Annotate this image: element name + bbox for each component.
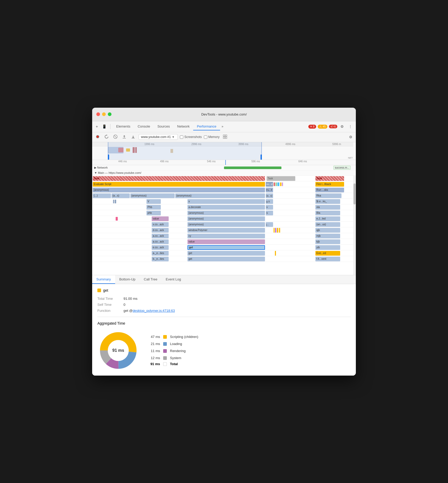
download-profile-button[interactable] (130, 134, 137, 140)
svg-rect-9 (225, 137, 227, 139)
url-bar[interactable]: www.youtube.com #1 ▼ (139, 134, 178, 140)
screenshots-checkbox[interactable] (180, 135, 183, 139)
grid-icon (223, 135, 227, 139)
cursor-icon: ⌖ (96, 124, 98, 129)
legend-name-loading: Loading (170, 342, 182, 346)
minimize-button[interactable] (102, 112, 106, 116)
timeline-minimap[interactable]: 1996 ms 2996 ms 3996 ms 4996 ms 5996 m C… (92, 142, 356, 160)
perf-settings-button[interactable]: ⚙ (348, 134, 354, 140)
perf-settings-right: ⚙ (348, 134, 354, 140)
legend-item-loading: 21 ms Loading (150, 342, 198, 346)
legend-name-system: System (170, 356, 181, 360)
flame-row-dcoa: d.co...ack window.Polymer qjb (92, 227, 356, 233)
device-toolbar-button[interactable]: 📱 (101, 123, 108, 130)
selected-get-bar[interactable]: get (187, 245, 265, 250)
more-options-button[interactable]: ⋮ (347, 123, 354, 130)
flame-row-ae-get: a._e...ties get Eve...ed (92, 250, 356, 256)
title-bar: DevTools - www.youtube.com/ (92, 108, 356, 121)
record-icon (96, 135, 100, 139)
reload-record-button[interactable] (103, 134, 110, 140)
tab-event-log[interactable]: Event Log (162, 275, 185, 284)
evaluate-mini-5 (282, 182, 283, 186)
flame-row-be-get: b._e...ties get f.fi...vent (92, 256, 356, 262)
warning-badge: ⚠ 45 (318, 125, 327, 129)
function-color-indicator (97, 289, 101, 292)
inspect-element-button[interactable]: ⌖ (94, 123, 99, 130)
flame-row-v: V v g.S $i.e...ks_ (92, 199, 356, 204)
anon-bar-1: (anonymous) (93, 188, 265, 192)
settings-button[interactable]: ⚙ (339, 123, 345, 130)
clear-button[interactable] (112, 134, 119, 140)
selection-handle-right[interactable] (261, 154, 262, 160)
record-button[interactable] (94, 134, 101, 140)
flame-row-xcoa: x.co...ack (anonymous) j... (an...us) (92, 222, 356, 227)
screenshots-checkbox-label[interactable]: Screenshots (180, 135, 202, 139)
legend-ms-rendering: 11 ms (150, 349, 160, 353)
url-text: www.youtube.com #1 (141, 135, 171, 139)
memory-checkbox-label[interactable]: Memory (204, 135, 220, 139)
url-dropdown-arrow[interactable]: ▼ (172, 135, 175, 139)
device-icon: 📱 (102, 124, 107, 129)
toolbar-right: ✕ 8 ⚠ 45 🏷 6 ⚙ ⋮ (308, 123, 354, 130)
function-label: Function (97, 309, 123, 313)
scrollbar-thumb[interactable] (353, 183, 356, 204)
memory-checkbox[interactable] (204, 135, 207, 139)
warning-count: 45 (323, 125, 326, 128)
legend-ms-scripting: 47 ms (150, 335, 160, 339)
svg-rect-6 (223, 135, 225, 136)
timeline-selection[interactable] (108, 142, 262, 160)
evaluate-bar-2: An...d (266, 182, 273, 187)
network-success-bar (224, 166, 281, 169)
detail-mark-1: 446 ms (118, 160, 127, 163)
tab-console[interactable]: Console (134, 123, 154, 130)
close-button[interactable] (96, 112, 100, 116)
main-section-label[interactable]: ▼ Main — https://www.youtube.com/ (94, 171, 141, 174)
tab-bottom-up[interactable]: Bottom-Up (115, 275, 140, 284)
flame-chart[interactable]: Task Task Task Evaluate Script An...d Fi… (92, 176, 356, 275)
nav-tabs: Elements Console Sources Network Perform… (113, 123, 307, 130)
tab-performance[interactable]: Performance (193, 123, 220, 130)
network-success-label: success.m... (333, 166, 351, 170)
detail-mark-4: 596 ms (251, 160, 260, 163)
function-link[interactable]: desktop_polymer.js:4718:63 (133, 309, 175, 313)
network-section-label[interactable]: ▶ Network (94, 166, 108, 169)
error-badge: ✕ 8 (308, 125, 316, 129)
flame-row-task: Task Task Task (92, 176, 356, 181)
tab-elements[interactable]: Elements (113, 123, 134, 130)
maximize-button[interactable] (108, 112, 111, 116)
function-row: Function get @ desktop_polymer.js:4718:6… (97, 309, 351, 313)
aggregated-time-content: 91 ms 47 ms Scripting (children) 21 ms (97, 330, 351, 371)
upload-profile-button[interactable] (121, 134, 128, 140)
svg-rect-8 (223, 137, 225, 139)
upload-icon (122, 135, 126, 139)
info-count: 6 (334, 125, 336, 128)
more-tabs-button[interactable]: » (220, 124, 225, 129)
tab-summary[interactable]: Summary (92, 275, 115, 284)
net-label: NET (348, 157, 353, 159)
network-section-row: ▶ Network success.m... (92, 165, 356, 170)
selection-handle-left[interactable] (108, 154, 109, 160)
self-time-row: Self Time 0 (97, 303, 351, 307)
tab-call-tree[interactable]: Call Tree (140, 275, 162, 284)
scrollbar[interactable] (353, 176, 356, 275)
tab-network[interactable]: Network (174, 123, 193, 130)
anon-bar-2: Fu...ll (266, 188, 273, 192)
total-time-row: Total Time 91.00 ms (97, 297, 351, 301)
tab-sources[interactable]: Sources (154, 123, 174, 130)
self-time-label: Self Time (97, 303, 123, 307)
ruler-mark-4: 4996 ms (285, 143, 295, 146)
evaluate-mini-4 (280, 182, 281, 186)
screenshots-label: Screenshots (184, 135, 202, 139)
flame-row-acoa: a.co...ack cy mjb (92, 233, 356, 239)
detail-time-ruler: 446 ms 496 ms 546 ms 596 ms 646 ms (92, 160, 356, 165)
detail-mark-5: 646 ms (298, 160, 307, 163)
legend-name-rendering: Rendering (170, 349, 186, 353)
legend-color-rendering (163, 349, 167, 353)
toolbar-separator-1 (110, 124, 110, 129)
reload-icon (104, 135, 109, 139)
performance-toolbar: www.youtube.com #1 ▼ Screenshots Memory … (92, 132, 356, 142)
grid-icon-button[interactable] (222, 134, 228, 140)
legend: 47 ms Scripting (children) 21 ms Loading… (150, 335, 198, 366)
ruler-mark-5: 5996 m (332, 143, 341, 146)
total-time-value: 91.00 ms (123, 297, 137, 301)
